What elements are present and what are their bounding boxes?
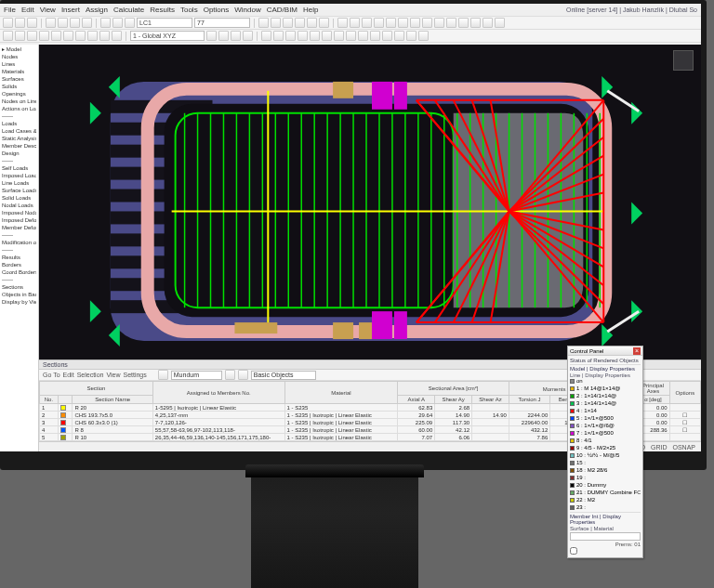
toolbar-button[interactable] — [382, 31, 392, 41]
cp-checkbox[interactable] — [570, 547, 577, 555]
toolbar-button[interactable] — [3, 31, 13, 41]
tree-item[interactable]: Display by Views — [2, 299, 36, 306]
tree-item[interactable]: Lines — [2, 61, 36, 68]
toolbar-button[interactable] — [125, 18, 135, 28]
toolbar-button[interactable] — [39, 31, 49, 41]
cp-item[interactable]: 2 : 1×14/1×14@ — [570, 393, 641, 399]
toolbar-button[interactable] — [495, 18, 505, 28]
toolbar-button[interactable] — [319, 18, 329, 28]
menu-cadbim[interactable]: CAD/BIM — [267, 6, 298, 14]
menu-view[interactable]: View — [40, 6, 56, 14]
tree-item[interactable]: Objects in Backg… — [2, 292, 36, 298]
toolbar-button[interactable] — [158, 370, 168, 380]
view-cube[interactable] — [673, 50, 694, 71]
cp-item[interactable]: 8 : 4/1 — [570, 438, 641, 444]
cp-item[interactable]: 22 : M2 — [570, 497, 641, 503]
toolbar-button[interactable] — [58, 18, 68, 28]
tree-item[interactable]: —— — [2, 232, 36, 239]
tree-item[interactable]: Solid Loads — [2, 195, 36, 202]
menu-assign[interactable]: Assign — [86, 6, 108, 14]
sections-selection[interactable]: Selection — [77, 372, 104, 378]
menu-options[interactable]: Options — [204, 6, 230, 14]
sections-filter-input[interactable]: Mundum — [171, 371, 222, 380]
toolbar-button[interactable] — [82, 18, 92, 28]
toolbar-button[interactable] — [334, 31, 344, 41]
cp-item[interactable]: 15 : — [570, 460, 641, 466]
toolbar-button[interactable] — [112, 31, 122, 41]
cp-item[interactable]: 23 : — [570, 504, 641, 511]
tree-item[interactable]: Actions on Load… — [2, 106, 36, 112]
toolbar-button[interactable] — [434, 18, 444, 28]
toolbar-button[interactable] — [350, 18, 360, 28]
cp-item[interactable]: 6 : 1×/1×@/6@ — [570, 423, 641, 429]
toolbar-button[interactable] — [337, 18, 348, 28]
cp-item[interactable]: 19 : — [570, 475, 641, 481]
toolbar-button[interactable] — [362, 18, 372, 28]
toolbar-button[interactable] — [283, 18, 293, 28]
status-grid2[interactable]: GRID — [651, 444, 668, 451]
tree-item[interactable]: —— — [2, 113, 36, 120]
toolbar-dropdown[interactable]: LC1 — [137, 18, 192, 28]
toolbar-button[interactable] — [322, 31, 332, 41]
toolbar-button[interactable] — [386, 18, 396, 28]
tree-item[interactable]: Sections — [2, 284, 36, 291]
tree-item[interactable]: Design — [2, 150, 36, 157]
menu-results[interactable]: Results — [150, 6, 175, 14]
tree-item[interactable]: Nodes — [2, 54, 36, 60]
tree-item[interactable]: Imposed Nodal Loads — [2, 210, 36, 216]
menu-window[interactable]: Window — [234, 6, 260, 14]
toolbar-button[interactable] — [258, 18, 269, 28]
toolbar-button[interactable] — [218, 31, 229, 41]
toolbar-button[interactable] — [410, 18, 420, 28]
cp-item[interactable]: 4 : 1×14 — [570, 408, 641, 414]
cp-item[interactable]: 1 : M 14@1×14@ — [570, 385, 641, 392]
cp-item[interactable]: on — [570, 378, 641, 385]
control-panel[interactable]: Control Panel × Status of Rendered Objec… — [567, 346, 643, 558]
toolbar-button[interactable] — [358, 31, 368, 41]
toolbar-button[interactable] — [27, 31, 37, 41]
toolbar-button[interactable] — [406, 31, 416, 41]
toolbar-button[interactable] — [112, 18, 123, 28]
toolbar-button[interactable] — [307, 18, 317, 28]
toolbar-button[interactable] — [285, 31, 296, 41]
toolbar-button[interactable] — [418, 31, 429, 41]
toolbar-button[interactable] — [470, 18, 481, 28]
toolbar-button[interactable] — [295, 18, 305, 28]
tree-item[interactable]: Imposed Loads — [2, 173, 36, 179]
toolbar-button[interactable] — [273, 31, 284, 41]
toolbar-button[interactable] — [63, 31, 73, 41]
status-osnap[interactable]: OSNAP — [672, 444, 695, 451]
toolbar-button[interactable] — [15, 31, 25, 41]
sections-view[interactable]: View — [106, 372, 120, 378]
tree-item[interactable]: Imposed Deformations — [2, 217, 36, 224]
toolbar-button[interactable] — [271, 18, 281, 28]
menu-tools[interactable]: Tools — [180, 6, 198, 14]
sections-settings[interactable]: Settings — [123, 372, 146, 378]
toolbar-button[interactable] — [231, 31, 241, 41]
toolbar-button[interactable] — [51, 31, 61, 41]
menu-insert[interactable]: Insert — [61, 6, 80, 14]
control-panel-titlebar[interactable]: Control Panel × — [568, 346, 642, 356]
toolbar-button[interactable] — [238, 370, 248, 380]
cp-item[interactable]: 10 : ½/½ - M/@/5 — [570, 452, 641, 459]
tree-item[interactable]: Surfaces — [2, 76, 36, 83]
tree-item[interactable]: ▸ Model — [2, 46, 36, 53]
close-icon[interactable]: × — [633, 347, 641, 355]
tree-item[interactable]: Nodes on Lines — [2, 98, 36, 105]
toolbar-button[interactable] — [225, 370, 235, 380]
toolbar-button[interactable] — [298, 31, 308, 41]
toolbar-button[interactable] — [27, 18, 37, 28]
toolbar-button[interactable] — [446, 18, 456, 28]
tree-item[interactable]: Member Descriptions — [2, 143, 36, 150]
sections-goto[interactable]: Go To — [43, 372, 60, 378]
toolbar-button[interactable] — [206, 31, 217, 41]
tree-item[interactable]: Surface Loads — [2, 188, 36, 194]
toolbar-button[interactable] — [422, 18, 432, 28]
toolbar-button[interactable] — [458, 18, 469, 28]
toolbar-button[interactable] — [100, 18, 111, 28]
tree-item[interactable]: Modification on Cu… — [2, 240, 36, 246]
toolbar-button[interactable] — [310, 31, 320, 41]
tree-item[interactable]: Materials — [2, 69, 36, 75]
toolbar-button[interactable] — [370, 31, 380, 41]
cp-item[interactable]: 18 : M2 28/6 — [570, 467, 641, 474]
